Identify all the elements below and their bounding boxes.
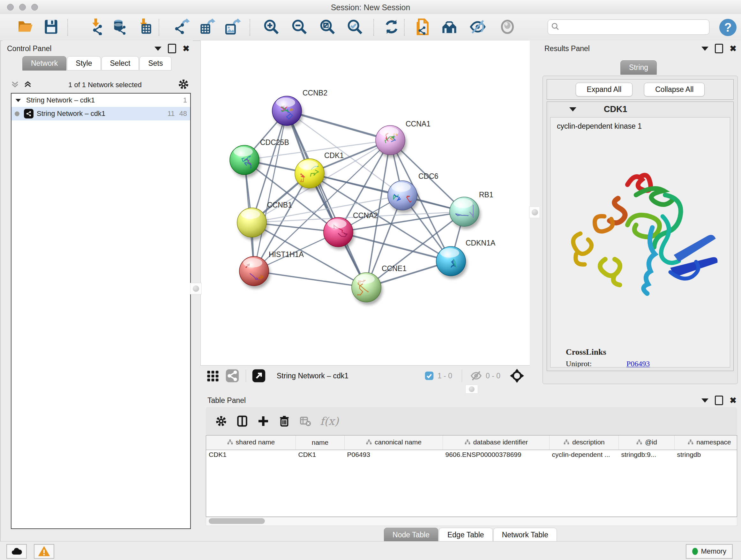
- network-node-CDK1[interactable]: CDK1: [295, 151, 344, 191]
- tab-string[interactable]: String: [620, 60, 657, 75]
- table-horizontal-scrollbar[interactable]: [206, 517, 737, 526]
- network-edge-CCNB2-CCNE1[interactable]: [287, 111, 366, 287]
- memory-button[interactable]: Memory: [686, 544, 733, 559]
- network-node-CDC6[interactable]: CDC6: [388, 172, 439, 213]
- zoom-out-button[interactable]: [289, 18, 309, 37]
- float-panel-icon[interactable]: [715, 395, 723, 405]
- delete-table-icon: [300, 415, 311, 427]
- tab-network-table[interactable]: Network Table: [493, 528, 557, 542]
- hidden-count: 0 - 0: [486, 372, 500, 380]
- network-row[interactable]: String Network – cdk1 11 48: [11, 107, 190, 120]
- table-row[interactable]: CDK1CDK1P064939606.ENSP00000378699cyclin…: [206, 450, 737, 463]
- column-header-canonical-name[interactable]: canonical name: [345, 435, 443, 450]
- crosslink-row: Uniprot: P06493: [566, 360, 704, 368]
- float-panel-icon[interactable]: [168, 44, 176, 53]
- search-icon: [551, 22, 559, 32]
- selected-checkbox[interactable]: [424, 371, 434, 381]
- table-panel: Table Panel ✖ f(x) shared namenamecanoni…: [200, 394, 741, 541]
- column-header-shared-name[interactable]: shared name: [206, 435, 296, 450]
- vertical-splitter-handle[interactable]: [529, 206, 541, 218]
- import-database-button[interactable]: [110, 18, 130, 37]
- import-network-button[interactable]: [86, 18, 106, 37]
- create-column-plus-icon[interactable]: [258, 415, 269, 427]
- close-panel-icon[interactable]: ✖: [730, 44, 737, 53]
- document-network-button[interactable]: [412, 18, 432, 37]
- column-header-name[interactable]: name: [296, 435, 345, 450]
- show-columns-icon[interactable]: [237, 415, 248, 427]
- import-table-button[interactable]: [134, 18, 154, 37]
- section-expander-icon[interactable]: [569, 107, 576, 111]
- refresh-button[interactable]: [382, 18, 401, 37]
- network-node-CCNB2[interactable]: CCNB2: [272, 89, 327, 128]
- memory-label: Memory: [701, 547, 726, 556]
- delete-column-trash-icon[interactable]: [279, 415, 290, 427]
- zoom-fit-button[interactable]: [318, 18, 337, 37]
- network-label: String Network – cdk1: [37, 110, 163, 118]
- network-node-CCNA1[interactable]: CCNA1: [376, 120, 430, 158]
- show-all-eye-button[interactable]: [497, 18, 517, 37]
- birdseye-view-icon[interactable]: [252, 369, 266, 383]
- network-edge-HIST1H1A-CCNE1[interactable]: [254, 271, 366, 287]
- float-panel-icon[interactable]: [715, 44, 723, 53]
- crosslink-link[interactable]: P06493: [626, 360, 650, 368]
- panel-menu-icon[interactable]: [701, 398, 709, 402]
- fit-crosshair-icon[interactable]: [509, 368, 525, 383]
- network-edge-CCNB2-HIST1H1A[interactable]: [254, 111, 287, 271]
- column-header-description[interactable]: description: [549, 435, 619, 450]
- tab-select[interactable]: Select: [102, 56, 139, 71]
- first-neighbors-icon: [441, 18, 458, 37]
- network-node-CDKN1A[interactable]: CDKN1A: [436, 239, 495, 279]
- node-result-header[interactable]: CDK1: [547, 102, 733, 117]
- hide-selection-eye-button[interactable]: [468, 18, 488, 37]
- zoom-selected-button[interactable]: [345, 18, 365, 37]
- expand-all-button[interactable]: Expand All: [576, 83, 633, 97]
- export-table-button[interactable]: [198, 18, 217, 37]
- tab-node-table[interactable]: Node Table: [384, 528, 438, 542]
- network-collection-row[interactable]: String Network – cdk1 1: [11, 94, 190, 107]
- tab-sets[interactable]: Sets: [139, 56, 172, 71]
- column-header-database-identifier[interactable]: database identifier: [443, 435, 549, 450]
- help-button[interactable]: ?: [719, 19, 737, 36]
- search-box[interactable]: [548, 19, 710, 35]
- scrollbar-thumb[interactable]: [209, 518, 265, 524]
- tab-network[interactable]: Network: [22, 56, 66, 71]
- horizontal-splitter-handle[interactable]: [465, 385, 478, 394]
- left-splitter-handle[interactable]: [190, 283, 202, 294]
- network-node-RB1[interactable]: RB1: [450, 191, 493, 229]
- zoom-in-button[interactable]: [261, 18, 281, 37]
- network-canvas[interactable]: CCNB2CCNA1CDC25BCDK1CDC6RB1CCNB1CCNA2CDK…: [200, 41, 530, 365]
- network-selection-status: 1 of 1 Network selected: [32, 81, 178, 89]
- collapse-all-chevron-icon[interactable]: [11, 80, 19, 90]
- control-panel: Control Panel ✖ NetworkStyleSelectSets 1…: [3, 41, 193, 541]
- tab-style[interactable]: Style: [67, 56, 100, 71]
- table-settings-gear-icon[interactable]: [215, 415, 227, 427]
- save-session-button[interactable]: [41, 18, 61, 37]
- column-header-namespace[interactable]: namespace: [675, 435, 738, 450]
- tab-edge-table[interactable]: Edge Table: [439, 528, 493, 542]
- network-edge-CCNA2-CDKN1A[interactable]: [338, 232, 451, 261]
- control-panel-title: Control Panel: [7, 44, 51, 53]
- panel-menu-icon[interactable]: [701, 47, 709, 51]
- gear-icon[interactable]: [178, 79, 189, 91]
- table-panel-title: Table Panel: [207, 396, 246, 405]
- panel-menu-icon[interactable]: [154, 47, 161, 51]
- export-network-button[interactable]: [172, 18, 192, 37]
- export-image-button[interactable]: [223, 18, 243, 37]
- column-header-@id[interactable]: @id: [619, 435, 675, 450]
- warning-status-button[interactable]: [34, 544, 54, 559]
- selected-count: 1 - 0: [437, 372, 452, 380]
- grid-view-icon[interactable]: [206, 369, 219, 382]
- crosslink-label: Uniprot:: [566, 360, 626, 368]
- network-node-CCNE1[interactable]: CCNE1: [352, 264, 407, 305]
- collection-expander-icon[interactable]: [16, 99, 21, 102]
- collapse-all-button[interactable]: Collapse All: [644, 83, 704, 97]
- network-share-icon[interactable]: [225, 369, 239, 383]
- expand-all-chevron-icon[interactable]: [23, 80, 32, 90]
- network-node-HIST1H1A[interactable]: HIST1H1A: [239, 250, 304, 289]
- open-file-button[interactable]: [16, 18, 36, 37]
- close-panel-icon[interactable]: ✖: [183, 44, 190, 53]
- first-neighbors-button[interactable]: [440, 18, 459, 37]
- close-panel-icon[interactable]: ✖: [730, 396, 737, 405]
- search-input[interactable]: [562, 23, 709, 32]
- cloud-status-button[interactable]: [6, 544, 27, 559]
